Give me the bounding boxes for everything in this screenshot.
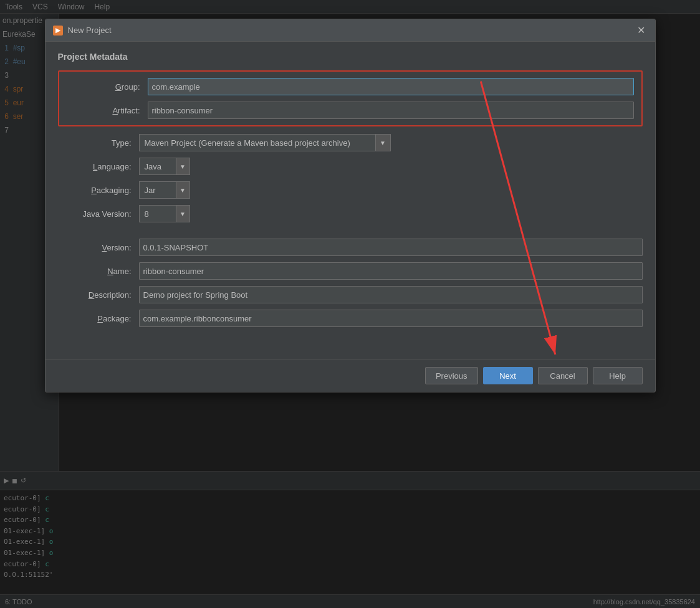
java-version-label: Java Version: xyxy=(58,209,139,219)
next-button[interactable]: Next xyxy=(483,367,533,384)
form-row-artifact: Artifact: xyxy=(67,102,634,119)
type-select-text: Maven Project (Generate a Maven based pr… xyxy=(139,134,376,151)
group-input[interactable] xyxy=(148,78,634,95)
form-row-packaging: Packaging: Jar ▼ xyxy=(58,181,643,199)
dialog-overlay: ▶ New Project ✕ Project Metadata Group: xyxy=(0,0,700,608)
dialog-titlebar: ▶ New Project ✕ xyxy=(46,19,655,42)
form-row-version: Version: xyxy=(58,239,643,256)
help-button[interactable]: Help xyxy=(593,367,643,384)
dialog-footer: Previous Next Cancel Help xyxy=(46,359,655,392)
java-version-select: 8 ▼ xyxy=(139,205,190,222)
package-input[interactable] xyxy=(139,310,643,327)
language-select-arrow[interactable]: ▼ xyxy=(176,158,190,175)
description-label: Description: xyxy=(58,290,139,300)
form-row-description: Description: xyxy=(58,286,643,303)
type-select-arrow[interactable]: ▼ xyxy=(376,134,391,151)
dialog-body: Project Metadata Group: Artifact: xyxy=(46,42,655,359)
new-project-dialog: ▶ New Project ✕ Project Metadata Group: xyxy=(45,19,656,392)
form-row-group: Group: xyxy=(67,78,634,95)
previous-button[interactable]: Previous xyxy=(425,367,478,384)
version-input[interactable] xyxy=(139,239,643,256)
dialog-title: New Project xyxy=(68,26,630,35)
dialog-close-button[interactable]: ✕ xyxy=(635,24,648,37)
language-label: Language: xyxy=(58,162,139,171)
form-row-name: Name: xyxy=(58,262,643,280)
dialog-title-icon: ▶ xyxy=(53,26,63,36)
type-label: Type: xyxy=(58,138,139,148)
spacer xyxy=(58,229,643,239)
java-version-select-arrow[interactable]: ▼ xyxy=(176,205,190,222)
version-label: Version: xyxy=(58,243,139,252)
form-row-java-version: Java Version: 8 ▼ xyxy=(58,205,643,222)
language-select: Java ▼ xyxy=(139,158,190,175)
java-version-select-text: 8 xyxy=(139,205,176,222)
packaging-select: Jar ▼ xyxy=(139,181,190,199)
name-label: Name: xyxy=(58,267,139,276)
type-select: Maven Project (Generate a Maven based pr… xyxy=(139,134,391,151)
package-label: Package: xyxy=(58,314,139,323)
form-row-language: Language: Java ▼ xyxy=(58,158,643,175)
description-input[interactable] xyxy=(139,286,643,303)
metadata-highlighted-section: Group: Artifact: xyxy=(58,70,643,126)
form-row-type: Type: Maven Project (Generate a Maven ba… xyxy=(58,134,643,151)
artifact-input[interactable] xyxy=(148,102,634,119)
packaging-select-text: Jar xyxy=(139,181,176,199)
section-title: Project Metadata xyxy=(58,52,643,62)
artifact-label: Artifact: xyxy=(67,106,148,115)
packaging-label: Packaging: xyxy=(58,186,139,195)
language-select-text: Java xyxy=(139,158,176,175)
group-label: Group: xyxy=(67,82,148,92)
name-input[interactable] xyxy=(139,262,643,280)
packaging-select-arrow[interactable]: ▼ xyxy=(176,181,190,199)
cancel-button[interactable]: Cancel xyxy=(538,367,588,384)
form-row-package: Package: xyxy=(58,310,643,327)
